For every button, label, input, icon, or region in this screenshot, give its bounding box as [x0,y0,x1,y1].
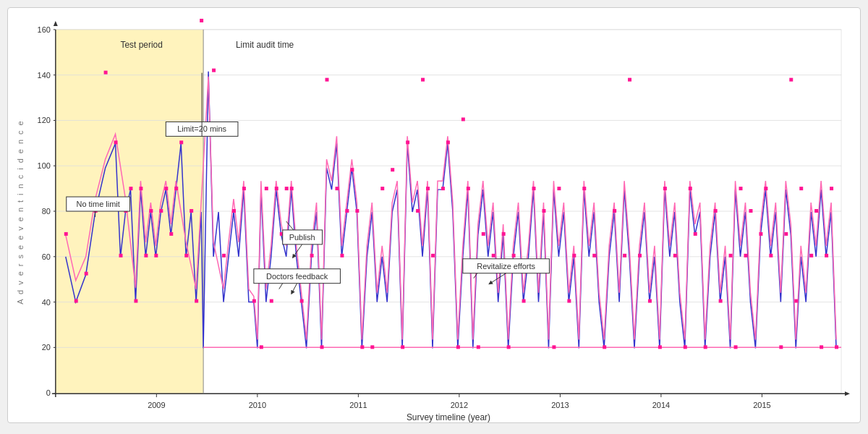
svg-rect-106 [446,140,450,144]
svg-rect-111 [482,232,485,236]
svg-rect-88 [320,345,324,349]
svg-rect-140 [729,254,733,258]
svg-rect-63 [154,254,158,258]
svg-rect-84 [290,187,294,190]
svg-rect-75 [232,209,236,213]
svg-rect-64 [159,209,163,213]
svg-rect-61 [144,254,148,258]
svg-text:2015: 2015 [753,401,770,409]
svg-rect-92 [345,209,349,213]
svg-rect-72 [200,19,203,22]
svg-rect-138 [714,209,718,213]
svg-rect-143 [744,254,748,258]
svg-rect-108 [461,117,465,121]
svg-rect-68 [179,140,183,144]
svg-rect-158 [835,345,838,349]
svg-rect-104 [431,254,435,258]
svg-rect-110 [477,345,480,349]
svg-rect-149 [784,232,788,236]
svg-rect-145 [759,232,762,236]
svg-text:2014: 2014 [652,401,670,409]
limit-audit-label: Limit audit time [236,40,294,50]
svg-rect-124 [592,254,596,258]
svg-rect-153 [809,254,813,258]
svg-marker-32 [845,391,850,396]
svg-rect-151 [794,299,798,303]
svg-rect-134 [684,345,687,349]
svg-rect-94 [355,209,359,213]
svg-rect-157 [830,187,833,190]
svg-rect-129 [638,254,642,258]
svg-rect-125 [603,345,606,349]
svg-rect-147 [769,254,773,258]
svg-rect-105 [441,187,445,190]
svg-rect-95 [360,345,364,349]
svg-rect-54 [104,71,108,75]
svg-rect-148 [779,345,783,349]
svg-rect-126 [613,209,616,213]
svg-rect-76 [242,187,246,190]
svg-text:A d v e r s e   e v e n t   i : A d v e r s e e v e n t i n c i d e n c … [16,119,25,304]
svg-rect-144 [749,209,752,213]
svg-rect-52 [85,272,88,276]
revitalize-efforts-label: Revitalize efforts [477,262,535,271]
svg-rect-122 [572,254,576,258]
svg-rect-155 [820,345,823,349]
svg-rect-79 [265,187,268,190]
svg-rect-59 [134,299,137,303]
svg-rect-90 [335,187,339,190]
svg-rect-113 [502,232,506,236]
svg-rect-71 [195,299,198,303]
svg-text:2010: 2010 [249,401,266,409]
svg-rect-78 [260,345,263,349]
svg-text:2009: 2009 [148,401,165,409]
svg-rect-114 [507,345,511,349]
test-period-label: Test period [121,40,163,50]
svg-rect-99 [401,345,404,349]
svg-text:120: 120 [38,116,51,124]
svg-rect-118 [542,209,545,213]
svg-rect-130 [648,299,652,303]
svg-rect-80 [270,299,273,303]
svg-rect-65 [164,187,168,190]
svg-rect-91 [340,254,344,258]
svg-rect-141 [734,345,738,349]
svg-rect-120 [557,187,561,190]
svg-text:160: 160 [38,25,51,34]
svg-text:100: 100 [38,161,51,170]
svg-text:80: 80 [42,207,51,216]
svg-rect-62 [149,209,153,213]
svg-rect-93 [350,168,354,171]
svg-rect-136 [694,232,697,236]
svg-rect-86 [300,299,304,303]
svg-rect-89 [326,78,329,82]
svg-rect-74 [222,254,226,258]
svg-text:60: 60 [42,252,51,261]
svg-rect-116 [522,299,526,303]
svg-text:140: 140 [38,71,51,80]
svg-text:20: 20 [42,343,51,352]
svg-text:0: 0 [46,388,51,397]
svg-rect-154 [814,209,818,213]
svg-rect-117 [532,187,536,190]
svg-rect-73 [212,69,216,72]
svg-rect-112 [492,254,495,258]
svg-rect-115 [512,254,516,258]
svg-rect-127 [623,254,626,258]
svg-rect-133 [673,254,677,258]
svg-text:2011: 2011 [349,401,367,409]
svg-rect-58 [129,187,132,190]
svg-rect-103 [426,187,430,190]
svg-rect-102 [421,78,425,82]
svg-marker-33 [54,21,58,26]
svg-rect-51 [75,299,78,303]
svg-rect-70 [190,209,193,213]
svg-rect-87 [310,254,314,258]
svg-rect-142 [739,187,743,190]
svg-rect-132 [663,187,667,190]
svg-rect-137 [704,345,707,349]
svg-rect-55 [114,140,118,144]
svg-rect-69 [184,254,188,258]
svg-rect-146 [764,187,767,190]
svg-rect-131 [658,345,662,349]
